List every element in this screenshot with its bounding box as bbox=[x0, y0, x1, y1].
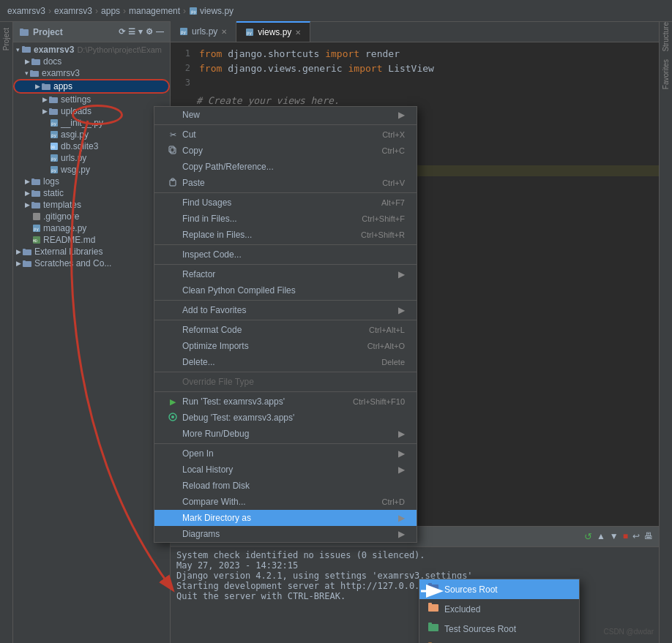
settings-icon[interactable]: ⚙ bbox=[146, 27, 153, 37]
menu-item-paste[interactable]: Paste Ctrl+V bbox=[154, 175, 417, 191]
tree-item-db-sqlite3[interactable]: DB db.sqlite3 bbox=[13, 140, 170, 152]
tree-item-asgi-py[interactable]: py asgi.py bbox=[13, 129, 170, 140]
tree-label: logs bbox=[43, 176, 59, 187]
menu-item-optimize-imports[interactable]: Optimize Imports Ctrl+Alt+O bbox=[154, 338, 417, 354]
tab-views-py[interactable]: py views.py ✕ bbox=[236, 21, 310, 42]
tree-label: settings bbox=[61, 94, 91, 105]
run-print-icon[interactable]: 🖶 bbox=[644, 531, 653, 542]
line-number: 3 bbox=[171, 78, 196, 88]
submenu-item-excluded[interactable]: Excluded bbox=[419, 599, 579, 619]
menu-item-local-history[interactable]: Local History ▶ bbox=[154, 462, 417, 478]
menu-item-run-test[interactable]: ▶ Run 'Test: examrsv3.apps' Ctrl+Shift+F… bbox=[154, 394, 417, 410]
tree-item-uploads[interactable]: ▶ uploads bbox=[13, 105, 170, 117]
menu-item-cut[interactable]: ✂ Cut Ctrl+X bbox=[154, 127, 417, 143]
svg-rect-48 bbox=[169, 146, 174, 152]
run-wrap-icon[interactable]: ↩ bbox=[632, 531, 640, 542]
tree-item-scratches[interactable]: ▶ Scratches and Co... bbox=[13, 257, 170, 269]
menu-label: Replace in Files... bbox=[182, 230, 252, 240]
menu-item-copy-path[interactable]: Copy Path/Reference... bbox=[154, 159, 417, 175]
tree-item-settings[interactable]: ▶ settings bbox=[13, 94, 170, 105]
structure-label: Structure bbox=[662, 22, 670, 59]
shortcut: Ctrl+Alt+L bbox=[354, 326, 405, 334]
expand-icon: ▾ bbox=[25, 69, 29, 77]
menu-item-find-usages[interactable]: Find Usages Alt+F7 bbox=[154, 195, 417, 211]
filter-icon[interactable]: ▾ bbox=[138, 27, 143, 37]
layout-icon[interactable]: ☰ bbox=[128, 27, 135, 37]
tree-item-readme[interactable]: MD README.md bbox=[13, 234, 170, 246]
shortcut: Alt+F7 bbox=[367, 198, 405, 207]
menu-item-debug-test[interactable]: Debug 'Test: examrsv3.apps' bbox=[154, 410, 417, 426]
tree-item-logs[interactable]: ▶ logs bbox=[13, 176, 170, 187]
tree-item-apps[interactable]: ▶ apps bbox=[13, 79, 170, 94]
arrow-icon: ▶ bbox=[398, 110, 405, 120]
tree-item-docs[interactable]: ▶ docs bbox=[13, 56, 170, 67]
panel-header: Project ⟳ ☰ ▾ ⚙ — bbox=[13, 22, 170, 42]
tree-item-external-libs[interactable]: ▶ External Libraries bbox=[13, 246, 170, 257]
submenu-item-test-sources-root[interactable]: Test Sources Root bbox=[419, 619, 579, 639]
bc-sep-2: › bbox=[95, 6, 98, 16]
bc-sep-3: › bbox=[123, 6, 126, 16]
menu-item-refactor[interactable]: Refactor ▶ bbox=[154, 266, 417, 282]
tree-item-manage-py[interactable]: py manage.py bbox=[13, 222, 170, 234]
minimize-icon[interactable]: — bbox=[156, 27, 164, 37]
svg-rect-58 bbox=[428, 623, 432, 625]
folder-icon bbox=[23, 260, 32, 268]
folder-icon bbox=[42, 83, 51, 91]
tree-item-templates[interactable]: ▶ templates bbox=[13, 199, 170, 211]
menu-item-reformat[interactable]: Reformat Code Ctrl+Alt+L bbox=[154, 322, 417, 338]
panel-title: Project bbox=[33, 27, 63, 37]
tree-item-examrsv3-root[interactable]: ▾ examrsv3 D:\Python\project\Exam bbox=[13, 44, 170, 56]
menu-label: Debug 'Test: examrsv3.apps' bbox=[182, 413, 294, 423]
menu-item-clean-compiled[interactable]: Clean Python Compiled Files bbox=[154, 282, 417, 298]
menu-item-compare[interactable]: Compare With... Ctrl+D bbox=[154, 494, 417, 510]
tree-item-init-py[interactable]: py __init__.py bbox=[13, 117, 170, 129]
menu-item-delete[interactable]: Delete... Delete bbox=[154, 354, 417, 370]
menu-label: Diagrams bbox=[182, 529, 220, 539]
menu-label: Open In bbox=[182, 448, 214, 459]
tree-item-static[interactable]: ▶ static bbox=[13, 187, 170, 199]
menu-item-copy[interactable]: Copy Ctrl+C bbox=[154, 143, 417, 159]
menu-item-new[interactable]: New ▶ bbox=[154, 107, 417, 123]
sync-icon[interactable]: ⟳ bbox=[119, 27, 125, 37]
tree-item-gitignore[interactable]: .gitignore bbox=[13, 211, 170, 222]
run-stop-icon[interactable]: ■ bbox=[623, 531, 628, 542]
menu-item-more-run[interactable]: More Run/Debug ▶ bbox=[154, 426, 417, 442]
kw-from: from bbox=[199, 63, 222, 74]
submenu-item-resource-root[interactable]: Resource Root bbox=[419, 639, 579, 643]
menu-sep bbox=[154, 391, 417, 392]
paste-icon bbox=[166, 178, 179, 188]
menu-label: New bbox=[182, 110, 200, 120]
run-rerun-icon[interactable]: ↺ bbox=[584, 531, 592, 542]
bc-4: management bbox=[129, 6, 180, 16]
run-line-5: Quit the server with CTRL-BREAK. bbox=[176, 591, 653, 601]
tree-item-examrsv3-inner[interactable]: ▾ examrsv3 bbox=[13, 67, 170, 79]
menu-item-reload[interactable]: Reload from Disk bbox=[154, 478, 417, 494]
kw-from: from bbox=[199, 48, 222, 59]
run-up-icon[interactable]: ▲ bbox=[597, 531, 605, 542]
svg-rect-37 bbox=[23, 249, 31, 255]
tab-py-icon-active: py bbox=[245, 28, 254, 37]
tree-item-wsgi-py[interactable]: py wsgi.py bbox=[13, 164, 170, 176]
menu-label: Optimize Imports bbox=[182, 341, 249, 351]
tree-item-urls-py[interactable]: py urls.py bbox=[13, 152, 170, 164]
tab-close-urls[interactable]: ✕ bbox=[221, 28, 227, 36]
menu-item-open-in[interactable]: Open In ▶ bbox=[154, 445, 417, 462]
tree-path: D:\Python\project\Exam bbox=[77, 45, 162, 54]
menu-item-diagrams[interactable]: Diagrams ▶ bbox=[154, 526, 417, 542]
tab-close-views[interactable]: ✕ bbox=[295, 29, 301, 37]
menu-item-mark-dir[interactable]: Mark Directory as ▶ bbox=[154, 510, 417, 526]
menu-item-inspect[interactable]: Inspect Code... bbox=[154, 247, 417, 263]
menu-item-replace[interactable]: Replace in Files... Ctrl+Shift+R bbox=[154, 227, 417, 243]
left-sidebar: Project bbox=[0, 22, 13, 643]
shortcut: Ctrl+X bbox=[367, 130, 405, 139]
right-panel: Structure Favorites bbox=[659, 22, 672, 643]
tree-label: docs bbox=[43, 56, 61, 67]
submenu-label: Excluded bbox=[444, 604, 480, 614]
tabs-bar: py urls.py ✕ py views.py ✕ bbox=[171, 22, 659, 42]
run-down-icon[interactable]: ▼ bbox=[610, 531, 619, 542]
menu-item-add-favorites[interactable]: Add to Favorites ▶ bbox=[154, 302, 417, 318]
menu-item-find-in-files[interactable]: Find in Files... Ctrl+Shift+F bbox=[154, 211, 417, 227]
submenu-item-sources-root[interactable]: Sources Root bbox=[419, 579, 579, 599]
expand-icon: ▶ bbox=[16, 248, 21, 255]
tab-urls-py[interactable]: py urls.py ✕ bbox=[171, 21, 236, 42]
